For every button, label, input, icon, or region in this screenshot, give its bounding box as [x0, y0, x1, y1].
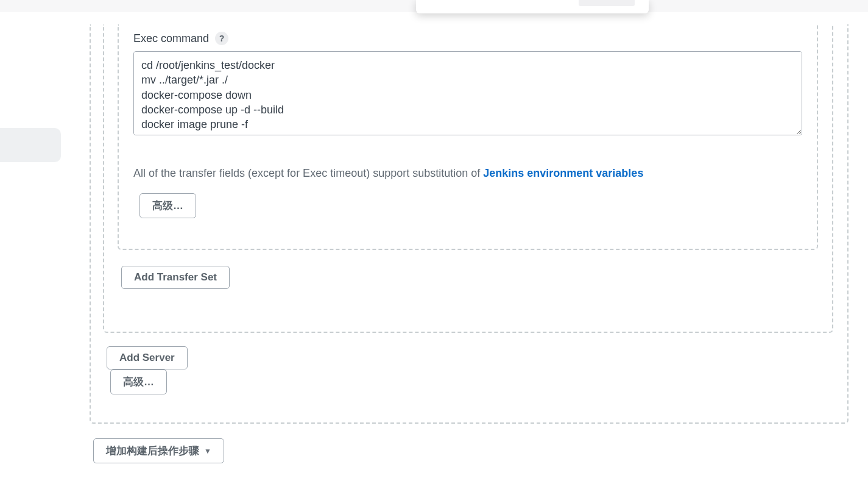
post-build-action-container: Exec command ? All of the transfer field… [90, 24, 849, 424]
transfer-hint: All of the transfer fields (except for E… [133, 167, 802, 180]
help-icon[interactable]: ? [215, 32, 228, 45]
jenkins-env-vars-link[interactable]: Jenkins environment variables [483, 167, 643, 179]
add-post-build-step-button[interactable]: 增加构建后操作步骤 ▼ [93, 438, 224, 463]
exec-command-label: Exec command [133, 32, 209, 45]
page-wrap: Exec command ? All of the transfer field… [0, 24, 868, 463]
ssh-server-container: Exec command ? All of the transfer field… [103, 24, 833, 333]
top-popup [416, 0, 649, 13]
add-server-button[interactable]: Add Server [107, 346, 188, 369]
exec-command-textarea[interactable] [133, 51, 802, 135]
chevron-down-icon: ▼ [204, 447, 211, 455]
server-advanced-button[interactable]: 高级… [110, 369, 167, 394]
add-transfer-set-button[interactable]: Add Transfer Set [121, 266, 230, 289]
transfer-set-container: Exec command ? All of the transfer field… [118, 24, 818, 250]
transfer-hint-text: All of the transfer fields (except for E… [133, 167, 483, 179]
exec-command-label-row: Exec command ? [133, 24, 802, 45]
add-post-build-step-label: 增加构建后操作步骤 [106, 444, 199, 458]
top-popup-button[interactable] [579, 0, 635, 6]
transfer-advanced-button[interactable]: 高级… [139, 193, 196, 218]
